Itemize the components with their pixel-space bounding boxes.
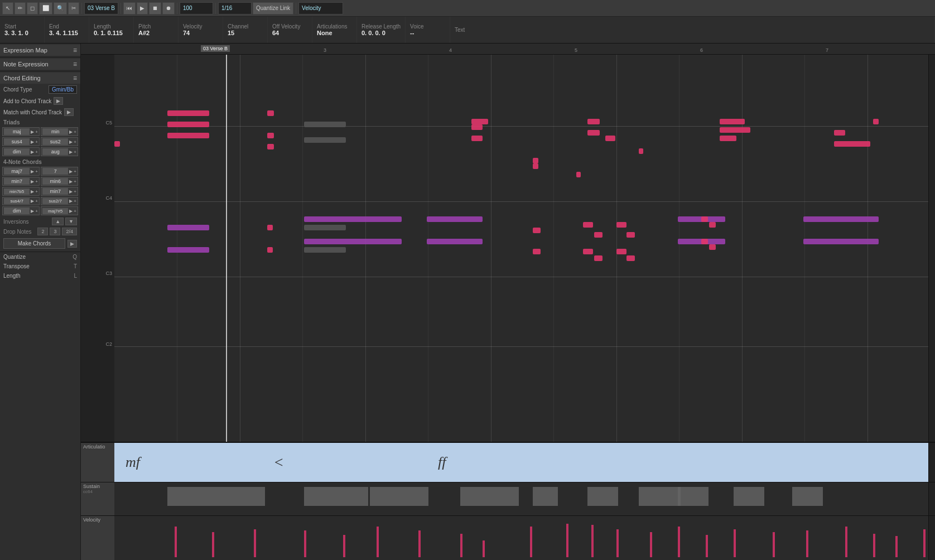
drop-2-btn[interactable]: 2 [37, 228, 48, 235]
note-block[interactable] [626, 255, 635, 261]
tool-erase[interactable]: ◻ [27, 2, 38, 15]
note-block[interactable] [709, 244, 716, 250]
note-block[interactable] [533, 158, 538, 163]
transpose-row[interactable]: Transpose T [0, 262, 80, 271]
quantize-link-btn[interactable]: Quantize Link [253, 2, 293, 15]
transport-stop[interactable]: ⏹ [149, 2, 161, 15]
note-block[interactable] [639, 148, 643, 154]
note-block[interactable] [304, 137, 346, 143]
chord-min7-2-play[interactable]: ▶ [69, 189, 73, 194]
triad-aug-add[interactable]: + [74, 149, 76, 155]
note-block[interactable] [267, 225, 273, 230]
note-block[interactable] [587, 130, 600, 136]
note-block[interactable] [834, 141, 870, 147]
triad-dim-play[interactable]: ▶ [31, 149, 34, 155]
drop-24-btn[interactable]: 2/4 [62, 228, 77, 235]
sustain-content[interactable] [114, 482, 928, 515]
chord-min6-add[interactable]: + [74, 179, 76, 184]
note-block[interactable] [533, 249, 541, 254]
tool-select[interactable]: ⬜ [39, 2, 52, 15]
inversion-up-btn[interactable]: ▲ [52, 218, 64, 225]
note-block[interactable] [594, 232, 603, 238]
note-block[interactable] [587, 119, 600, 124]
note-block[interactable] [471, 136, 483, 141]
note-block[interactable] [304, 216, 402, 222]
sustain-scrollbar[interactable] [928, 482, 935, 515]
chord-sus27-add[interactable]: + [74, 199, 76, 204]
note-block[interactable] [873, 119, 879, 124]
note-block[interactable] [583, 249, 593, 254]
tool-cut[interactable]: ✂ [68, 2, 79, 15]
note-block[interactable] [304, 247, 346, 253]
note-block[interactable] [304, 239, 402, 244]
note-expression-header[interactable]: Note Expression ≡ [0, 59, 80, 70]
note-block[interactable] [605, 136, 615, 141]
note-block[interactable] [720, 119, 745, 124]
note-block[interactable] [267, 247, 273, 253]
note-block[interactable] [167, 110, 209, 116]
note-block[interactable] [533, 163, 538, 169]
note-block[interactable] [304, 122, 346, 127]
velocity-scrollbar[interactable] [928, 516, 935, 560]
vertical-scrollbar[interactable] [928, 55, 935, 442]
note-block[interactable] [267, 110, 274, 116]
note-block[interactable] [576, 172, 581, 177]
note-block[interactable] [167, 247, 209, 253]
velocity-content[interactable] [114, 516, 928, 560]
chord-min6-play[interactable]: ▶ [69, 179, 73, 184]
note-block[interactable] [471, 124, 483, 130]
chord-maj7-play[interactable]: ▶ [31, 169, 34, 174]
triad-maj-add[interactable]: + [35, 129, 38, 134]
chord-min7-add[interactable]: + [35, 179, 38, 184]
make-chords-btn[interactable]: Make Chords [3, 238, 65, 249]
triad-sus2-play[interactable]: ▶ [69, 139, 73, 144]
chord-7-add[interactable]: + [74, 169, 76, 174]
make-chords-settings-btn[interactable]: ▶ [68, 240, 77, 248]
note-block[interactable] [471, 119, 488, 124]
chord-sus47-play[interactable]: ▶ [31, 199, 34, 204]
note-block[interactable] [267, 133, 274, 138]
quantize-display[interactable]: 1/16 [218, 2, 252, 15]
triad-sus4-add[interactable]: + [35, 139, 38, 144]
note-block[interactable] [834, 130, 845, 136]
tool-arrow[interactable]: ↖ [2, 2, 13, 15]
chord-dim2-add[interactable]: + [35, 209, 38, 214]
transport-back[interactable]: ⏮ [123, 2, 136, 15]
note-block[interactable] [427, 239, 483, 244]
note-block[interactable] [616, 222, 626, 228]
note-block[interactable] [167, 122, 209, 127]
triad-min-add[interactable]: + [74, 129, 76, 134]
note-block[interactable] [427, 216, 483, 222]
expression-map-header[interactable]: Expression Map ≡ [0, 45, 80, 56]
chord-sus27-play[interactable]: ▶ [69, 199, 73, 204]
note-block[interactable] [803, 216, 879, 222]
note-block[interactable] [167, 225, 209, 230]
note-block[interactable] [267, 144, 274, 149]
chord-7-play[interactable]: ▶ [69, 169, 73, 174]
note-block[interactable] [709, 222, 716, 228]
triad-min-play[interactable]: ▶ [69, 129, 73, 134]
chord-min7b5-add[interactable]: + [35, 189, 38, 194]
note-block[interactable] [626, 232, 635, 238]
chord-min7-play[interactable]: ▶ [31, 179, 34, 184]
triad-dim-add[interactable]: + [35, 149, 38, 155]
note-block[interactable] [720, 136, 736, 141]
chord-dim2-play[interactable]: ▶ [31, 209, 34, 214]
chord-maj7s5-add[interactable]: + [74, 209, 76, 214]
triad-maj-play[interactable]: ▶ [31, 129, 34, 134]
note-block[interactable] [720, 127, 750, 133]
tool-zoom[interactable]: 🔍 [54, 2, 67, 15]
chord-min7-2-add[interactable]: + [74, 189, 76, 194]
art-scrollbar[interactable] [928, 443, 935, 482]
inversion-down-btn[interactable]: ▼ [65, 218, 77, 225]
note-block[interactable] [701, 239, 708, 244]
add-to-chord-track-item[interactable]: Add to Chord Track ▶ [0, 95, 80, 107]
tool-pencil[interactable]: ✏ [15, 2, 26, 15]
note-block[interactable] [803, 239, 879, 244]
note-block[interactable] [114, 141, 120, 147]
note-block[interactable] [304, 225, 346, 230]
add-to-chord-track-btn[interactable]: ▶ [54, 97, 63, 105]
grid-canvas[interactable] [114, 55, 928, 442]
note-block[interactable] [616, 249, 626, 254]
chord-maj7-add[interactable]: + [35, 169, 38, 174]
